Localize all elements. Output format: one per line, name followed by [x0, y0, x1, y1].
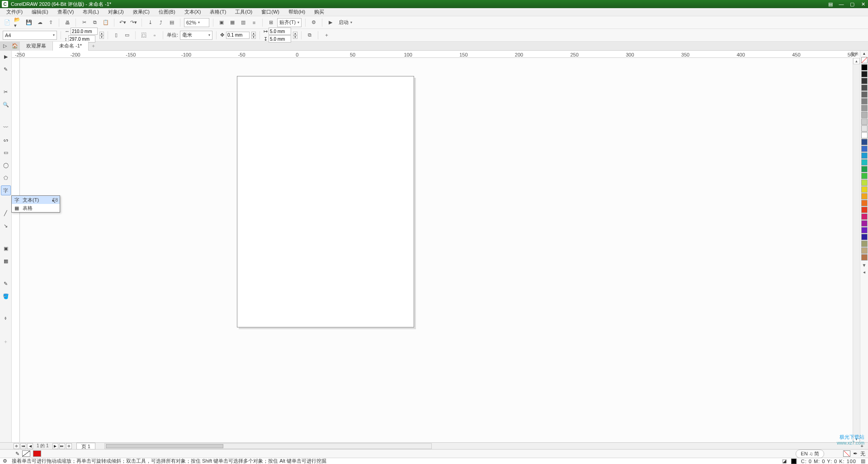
color-swatch[interactable] — [861, 254, 868, 260]
print-button[interactable]: 🖶 — [63, 18, 72, 27]
fullscreen-button[interactable]: ▣ — [217, 18, 226, 27]
parallel-dim-tool[interactable]: ╱ — [1, 208, 11, 218]
artistic-media-tool[interactable]: ᔕ — [1, 135, 11, 145]
menu-text[interactable]: 文本(X) — [180, 9, 206, 15]
flyout-table-tool[interactable]: ▦ 表格 — [12, 204, 60, 212]
freehand-tool[interactable]: 〰 — [1, 122, 11, 132]
undo-button[interactable]: ↶▾ — [118, 18, 127, 27]
redo-button[interactable]: ↷▾ — [129, 18, 138, 27]
new-button[interactable]: 📄 — [3, 18, 12, 27]
home-tab-icon[interactable]: 🏠 — [10, 42, 20, 51]
drop-shadow-tool[interactable]: ▣ — [1, 243, 11, 253]
polygon-tool[interactable]: ⬠ — [1, 173, 11, 183]
nudge-input[interactable] — [226, 32, 250, 39]
color-swatch[interactable] — [861, 132, 868, 138]
color-swatch[interactable] — [861, 139, 868, 145]
treat-as-button[interactable]: ⧉ — [305, 31, 314, 40]
edit-colors-icon[interactable]: ✎ — [15, 451, 19, 457]
grid-button[interactable]: ▦ — [228, 18, 237, 27]
publish-button[interactable]: ▤ — [167, 18, 176, 27]
options-button[interactable]: ⚙ — [309, 18, 318, 27]
import-button[interactable]: ⤓ — [146, 18, 155, 27]
paper-size-combo[interactable]: A4▾ — [3, 31, 57, 40]
launch-combo[interactable]: 启动▾ — [337, 18, 354, 27]
color-swatch[interactable] — [861, 207, 868, 213]
status-profile-icon[interactable]: ▥ — [861, 458, 865, 464]
add-page-button[interactable]: ⊕ — [14, 443, 19, 449]
snap-options-button[interactable]: ⊞ — [266, 18, 275, 27]
menu-window[interactable]: 窗口(W) — [257, 9, 284, 15]
open-button[interactable]: 📂▾ — [14, 18, 23, 27]
save-button[interactable]: 💾 — [24, 18, 33, 27]
dup-y-input[interactable] — [269, 35, 291, 43]
color-swatch[interactable] — [861, 98, 868, 104]
menu-file[interactable]: 文件(F) — [2, 9, 27, 15]
page-tab-1[interactable]: 页 1 — [76, 443, 95, 450]
scroll-down-button[interactable]: ▼ — [853, 436, 860, 442]
current-fill-color[interactable] — [33, 450, 41, 457]
color-swatch[interactable] — [861, 71, 868, 77]
menu-edit[interactable]: 编辑(E) — [27, 9, 53, 15]
baseline-button[interactable]: ≡ — [250, 18, 259, 27]
outline-pen-icon[interactable]: ✒ — [853, 450, 858, 457]
palette-expand-button[interactable]: ◂ — [863, 270, 865, 275]
minimize-button[interactable]: — — [838, 1, 844, 7]
first-page-button[interactable]: ⏮ — [20, 443, 26, 449]
ime-indicator[interactable]: EN ♫ 简 — [796, 450, 824, 458]
scroll-up-button[interactable]: ▲ — [853, 58, 860, 64]
color-swatch[interactable] — [861, 186, 868, 193]
fill-tool[interactable]: 🪣 — [1, 291, 11, 301]
color-swatch[interactable] — [861, 125, 868, 132]
color-swatch[interactable] — [861, 64, 868, 71]
customize-toolbox-button[interactable]: ＋ — [1, 336, 11, 346]
color-swatch[interactable] — [861, 112, 868, 118]
menu-view[interactable]: 查看(V) — [53, 9, 79, 15]
landscape-button[interactable]: ▭ — [123, 31, 132, 40]
palette-scroll-up[interactable]: ▲ — [863, 52, 866, 57]
page-canvas[interactable] — [237, 76, 414, 327]
color-swatch[interactable] — [861, 241, 868, 247]
color-swatch[interactable] — [861, 193, 868, 199]
menu-object[interactable]: 对象(J) — [104, 9, 128, 15]
canvas-area[interactable]: -250-200-150-100-50050100150200250300350… — [12, 51, 860, 442]
snap-combo[interactable]: 贴齐(T)▾ — [277, 18, 302, 27]
color-swatch[interactable] — [861, 146, 868, 152]
outline-tool[interactable]: ᶲ — [1, 314, 11, 324]
menu-tools[interactable]: 工具(O) — [231, 9, 257, 15]
export-button[interactable]: ⤴ — [156, 18, 165, 27]
no-color-swatch[interactable] — [861, 57, 868, 63]
unit-combo[interactable]: 毫米▾ — [180, 31, 212, 40]
next-page-button[interactable]: ▶ — [52, 443, 58, 449]
window-mystery-icon[interactable]: ▤ — [827, 1, 834, 7]
pick-tool-tab-icon[interactable]: ▷ — [0, 42, 10, 51]
color-swatch[interactable] — [861, 247, 868, 254]
status-gear-icon[interactable]: ⚙ — [3, 458, 7, 464]
text-tool[interactable]: 字 — [1, 185, 11, 195]
flyout-text-tool[interactable]: 字 文本(T) F8 ↖ — [12, 196, 60, 204]
shape-tool[interactable]: ✎ — [1, 64, 11, 74]
guides-button[interactable]: ▥ — [239, 18, 248, 27]
portrait-button[interactable]: ▯ — [112, 31, 121, 40]
document-tab[interactable]: 未命名 -1* — [53, 42, 89, 51]
color-swatch[interactable] — [861, 220, 868, 227]
rectangle-tool[interactable]: ▭ — [1, 147, 11, 157]
prev-page-button[interactable]: ◀ — [27, 443, 33, 449]
crop-tool[interactable]: ✂ — [1, 87, 11, 97]
welcome-tab[interactable]: 欢迎屏幕 — [20, 42, 53, 51]
all-pages-button[interactable]: ⿴ — [139, 31, 148, 40]
add-tab-button[interactable]: ＋ — [89, 43, 98, 49]
cloud-up-button[interactable]: ☁ — [35, 18, 44, 27]
color-swatch[interactable] — [861, 105, 868, 111]
menu-buy[interactable]: 购买 — [310, 9, 329, 15]
color-swatch[interactable] — [861, 227, 868, 233]
transparency-tool[interactable]: ▩ — [1, 256, 11, 266]
color-swatch[interactable] — [861, 152, 868, 159]
status-fill-swatch[interactable] — [791, 459, 797, 464]
color-swatch[interactable] — [861, 200, 868, 206]
cloud-down-button[interactable]: ⇪ — [46, 18, 55, 27]
color-swatch[interactable] — [861, 166, 868, 172]
paste-button[interactable]: 📋 — [101, 18, 110, 27]
horizontal-ruler[interactable]: -250-200-150-100-50050100150200250300350… — [20, 51, 852, 58]
page-width-input[interactable] — [71, 28, 98, 35]
dup-x-input[interactable] — [269, 28, 291, 35]
